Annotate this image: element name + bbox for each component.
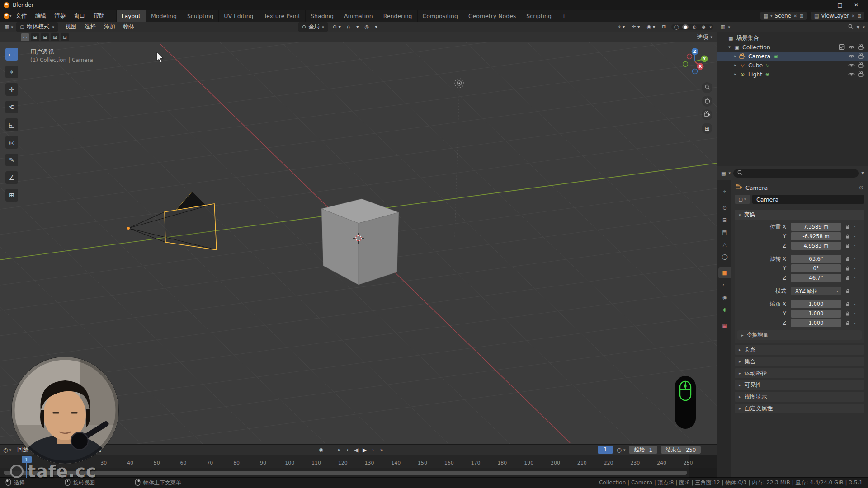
disable-in-render-toggle[interactable] xyxy=(858,62,865,69)
panel-视图显示[interactable]: ▸视图显示 xyxy=(735,392,864,402)
animate-dot[interactable]: · xyxy=(852,265,858,272)
pan-button[interactable] xyxy=(702,96,712,107)
properties-tab-object[interactable]: ■ xyxy=(718,267,731,278)
tool-setting-select-intersect[interactable]: ⊡ xyxy=(61,33,69,41)
search-icon[interactable] xyxy=(848,23,854,31)
workspace-tab-compositing[interactable]: Compositing xyxy=(418,10,463,22)
filter-icon[interactable]: ▼ xyxy=(857,25,860,29)
viewport-snapping-toggle[interactable]: ∩ xyxy=(345,23,352,30)
panel-集合[interactable]: ▸集合 xyxy=(735,357,864,366)
field-rotation-y[interactable]: 0° xyxy=(791,264,841,272)
tool-transform[interactable]: ◎ xyxy=(5,136,18,149)
editor-type-icon[interactable]: ◷ xyxy=(3,447,8,453)
exclude-checkbox[interactable] xyxy=(839,44,845,50)
properties-tab-tool[interactable]: ⌖ xyxy=(718,186,731,197)
properties-search-input[interactable] xyxy=(733,169,859,178)
viewport-proportional-editing-toggle[interactable]: ◎ xyxy=(363,23,371,30)
field-scale-x[interactable]: 1.000 xyxy=(791,300,841,308)
jump-to-end-button[interactable]: » xyxy=(378,446,386,454)
tool-rotate[interactable]: ⟲ xyxy=(5,101,18,113)
play-button[interactable]: ▶ xyxy=(361,446,368,454)
camera-view-button[interactable] xyxy=(702,109,712,120)
workspace-tab-shading[interactable]: Shading xyxy=(306,10,339,22)
light-object[interactable] xyxy=(455,79,464,237)
tool-scale[interactable]: ◱ xyxy=(5,118,18,131)
outliner-row-Light[interactable]: ▸⊙Light◉ xyxy=(717,70,868,79)
workspace-tab-animation[interactable]: Animation xyxy=(339,10,378,22)
timeline-track[interactable] xyxy=(0,468,717,478)
menu-窗口[interactable]: 窗口 xyxy=(70,10,90,22)
viewport-toggle-xray[interactable]: ⊞ xyxy=(660,23,667,30)
lock-icon[interactable] xyxy=(843,311,852,316)
lock-icon[interactable] xyxy=(843,301,852,307)
lock-icon[interactable] xyxy=(843,224,852,230)
workspace-tab-modeling[interactable]: Modeling xyxy=(146,10,182,22)
viewport-show-overlays-dropdown[interactable]: ◉ ▾ xyxy=(646,23,657,30)
play-reverse-button[interactable]: ◀ xyxy=(352,446,360,454)
frame-end-field[interactable]: 结束点 250 xyxy=(661,446,701,454)
outliner-row-Cube[interactable]: ▸▽Cube▽ xyxy=(717,61,868,70)
axis-neg-y-ball[interactable] xyxy=(683,62,688,67)
expand-icon[interactable]: ▸ xyxy=(732,63,739,67)
expand-icon[interactable]: ▾ xyxy=(726,45,733,49)
field-scale-y[interactable]: 1.000 xyxy=(791,310,841,318)
mode-selector[interactable]: ▢ 物体模式 ▾ xyxy=(16,22,58,32)
lock-icon[interactable] xyxy=(843,288,852,294)
outliner-row-Camera[interactable]: ▸Camera▣ xyxy=(717,52,868,61)
viewport-show-gizmos-dropdown[interactable]: ✛ ▾ xyxy=(630,23,641,30)
axis-neg-z-ball[interactable] xyxy=(693,69,698,74)
animate-dot[interactable]: · xyxy=(852,223,858,230)
tool-setting-select-invert[interactable]: ⊠ xyxy=(51,33,59,41)
options-dropdown[interactable]: 选项 ▾ xyxy=(697,33,712,41)
viewport-menu-物体[interactable]: 物体 xyxy=(119,21,139,33)
panel-运动路径[interactable]: ▸运动路径 xyxy=(735,368,864,378)
workspace-tab-scripting[interactable]: Scripting xyxy=(521,10,557,22)
frame-start-field[interactable]: 起始 1 xyxy=(629,446,657,454)
tool-move[interactable]: ✛ xyxy=(5,83,18,96)
editor-type-icon[interactable]: ▥ xyxy=(721,24,725,30)
outliner-row-Collection[interactable]: ▾▣Collection xyxy=(717,42,868,52)
new-scene-icon[interactable]: ⊞ xyxy=(799,14,803,19)
window-maximize-button[interactable]: □ xyxy=(832,2,848,8)
viewport-selectability-visibility-dropdown[interactable]: ⌖ ▾ xyxy=(617,23,626,30)
lock-icon[interactable] xyxy=(843,243,852,249)
field-location-y[interactable]: -6.9258 m xyxy=(791,232,841,240)
editor-type-icon[interactable]: ▦ xyxy=(3,23,10,30)
workspace-tab-uv-editing[interactable]: UV Editing xyxy=(219,10,259,22)
properties-tab-view-layer[interactable]: ▤ xyxy=(718,227,731,238)
properties-tab-object-data[interactable]: ◈ xyxy=(718,304,731,315)
pin-icon[interactable]: ⊙ xyxy=(859,184,863,191)
tool-annotate[interactable]: ✎ xyxy=(5,154,18,166)
delta-transform-subpanel[interactable]: ▸ 变换增量 xyxy=(737,330,862,340)
properties-tab-constraints[interactable]: ⊂ xyxy=(718,280,731,291)
hide-in-viewport-toggle[interactable] xyxy=(848,53,855,60)
animate-dot[interactable]: · xyxy=(852,255,858,263)
tool-select-box[interactable]: ▭ xyxy=(5,48,18,61)
add-workspace-button[interactable]: + xyxy=(557,13,571,19)
tool-setting-select-subtract[interactable]: ⊟ xyxy=(41,33,49,41)
animate-dot[interactable]: · xyxy=(852,300,858,308)
filter-icon[interactable]: ▼ xyxy=(861,171,864,175)
timeline-scrollbar[interactable] xyxy=(4,471,687,475)
shading-material-preview[interactable]: ◐ xyxy=(691,24,698,29)
shading-solid[interactable]: ● xyxy=(682,24,689,29)
field-location-z[interactable]: 4.9583 m xyxy=(791,242,841,250)
viewlayer-selector[interactable]: ▤ ViewLayer ✕ ⊞ xyxy=(811,12,864,20)
outliner-row-场景集合[interactable]: ▦场景集合 xyxy=(717,33,868,42)
disable-in-render-toggle[interactable] xyxy=(858,53,865,60)
properties-tab-physics[interactable]: ◉ xyxy=(718,292,731,303)
window-close-button[interactable]: ✕ xyxy=(848,2,864,8)
transform-orientation-dropdown[interactable]: ⊙ 全局 ▾ xyxy=(298,22,328,32)
menu-帮助[interactable]: 帮助 xyxy=(90,10,109,22)
object-name-field[interactable]: Camera xyxy=(752,195,864,204)
panel-可见性[interactable]: ▸可见性 xyxy=(735,380,864,390)
workspace-tab-sculpting[interactable]: Sculpting xyxy=(182,10,219,22)
unlink-scene-icon[interactable]: ✕ xyxy=(793,14,797,19)
viewport-snapping-dropdown[interactable]: ▾ xyxy=(355,23,360,30)
previous-keyframe-button[interactable]: ‹ xyxy=(344,446,351,454)
expand-icon[interactable]: ▸ xyxy=(732,72,739,76)
workspace-tab-rendering[interactable]: Rendering xyxy=(378,10,418,22)
hide-in-viewport-toggle[interactable] xyxy=(848,71,855,78)
workspace-tab-layout[interactable]: Layout xyxy=(116,10,146,22)
field-rotation-mode[interactable]: XYZ 欧拉▾ xyxy=(791,287,841,295)
